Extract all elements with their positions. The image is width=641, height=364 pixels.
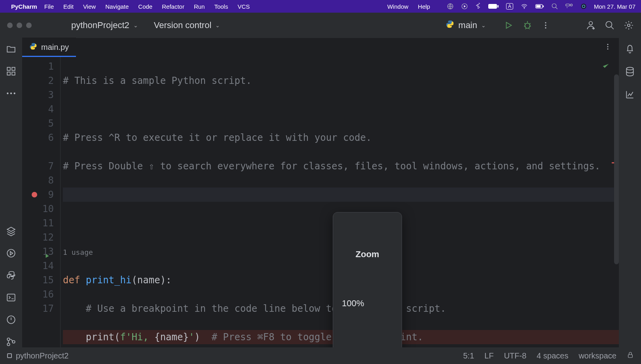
python-console-icon[interactable] <box>6 270 17 281</box>
zoom-dot[interactable] <box>26 23 32 28</box>
chevron-down-icon: ⌄ <box>215 22 220 28</box>
more-actions-button[interactable] <box>541 21 550 30</box>
menu-view[interactable]: View <box>83 3 96 10</box>
tab-main-py[interactable]: main.py <box>22 38 76 57</box>
problems-tool-icon[interactable] <box>6 314 17 325</box>
zoom-option-100[interactable]: 100% <box>337 294 398 313</box>
menu-refactor[interactable]: Refactor <box>162 3 184 10</box>
run-configuration-selector[interactable]: main ⌄ <box>446 20 486 31</box>
inspection-ok-icon[interactable] <box>601 60 610 74</box>
status-caret-pos[interactable]: 5:1 <box>463 351 474 360</box>
menu-run[interactable]: Run <box>194 3 205 10</box>
menu-edit[interactable]: Edit <box>63 3 74 10</box>
version-control-selector[interactable]: Version control ⌄ <box>154 20 220 30</box>
services-tool-icon[interactable] <box>6 248 17 259</box>
layers-tool-icon[interactable] <box>6 226 17 237</box>
menu-navigate[interactable]: Navigate <box>105 3 129 10</box>
status-lock-icon[interactable] <box>627 351 634 360</box>
line-gutter[interactable]: 1234 5678 9 101112 13 14151617 <box>22 57 60 347</box>
svg-point-17 <box>545 27 546 28</box>
popup-title: Zoom <box>337 247 398 262</box>
menu-vcs[interactable]: VCS <box>237 3 250 10</box>
menu-help[interactable]: Help <box>418 3 430 10</box>
run-button[interactable] <box>503 20 514 30</box>
status-bar: pythonProject2 5:1 LF UTF-8 4 spaces wor… <box>0 347 641 364</box>
editor-scrollbar[interactable] <box>614 74 619 264</box>
database-tool-icon[interactable] <box>625 66 635 78</box>
git-tool-icon[interactable] <box>6 336 17 347</box>
svg-point-36 <box>607 48 609 49</box>
menu-tools[interactable]: Tools <box>214 3 228 10</box>
svg-point-11 <box>567 8 567 8</box>
code-editor[interactable]: 1234 5678 9 101112 13 14151617 # This is… <box>22 57 619 347</box>
left-tool-strip <box>0 38 22 347</box>
siri-icon[interactable] <box>580 3 587 9</box>
notifications-tool-icon[interactable] <box>625 44 635 55</box>
keyboard-lang-icon[interactable]: A <box>506 3 513 9</box>
status-workspace[interactable]: workspace <box>578 351 616 360</box>
menu-code[interactable]: Code <box>138 3 152 10</box>
breakpoint-icon[interactable] <box>32 192 37 197</box>
menu-window[interactable]: Window <box>387 3 408 10</box>
svg-rect-9 <box>566 4 570 6</box>
project-tool-icon[interactable] <box>6 44 17 55</box>
svg-point-33 <box>12 341 15 343</box>
project-selector[interactable]: pythonProject2 ⌄ <box>71 20 138 30</box>
svg-rect-21 <box>7 67 10 70</box>
svg-point-32 <box>7 343 10 346</box>
svg-point-26 <box>10 93 12 94</box>
svg-rect-7 <box>536 5 540 8</box>
status-indent[interactable]: 4 spaces <box>537 351 568 360</box>
menu-file[interactable]: File <box>44 3 54 10</box>
bluetooth-icon[interactable] <box>475 3 481 10</box>
sciview-tool-icon[interactable] <box>625 89 635 101</box>
battery-menu-icon[interactable] <box>535 4 544 9</box>
search-everywhere-button[interactable] <box>605 20 615 30</box>
editor-tabs: main.py <box>22 38 619 57</box>
terminal-tool-icon[interactable] <box>6 292 17 303</box>
minimize-dot[interactable] <box>17 23 22 28</box>
structure-tool-icon[interactable] <box>6 66 17 77</box>
globe-icon[interactable] <box>447 3 454 10</box>
svg-rect-24 <box>12 72 15 75</box>
wifi-icon[interactable] <box>520 3 528 9</box>
tool-window-toggle-icon[interactable] <box>7 353 12 358</box>
settings-button[interactable] <box>624 20 634 30</box>
code-with-me-button[interactable] <box>586 20 596 30</box>
status-encoding[interactable]: UTF-8 <box>504 351 527 360</box>
app-name[interactable]: PyCharm <box>11 3 37 10</box>
svg-rect-23 <box>7 72 10 75</box>
zoom-option-110[interactable]: 110% <box>337 341 398 347</box>
project-name: pythonProject2 <box>71 20 129 30</box>
code-content[interactable]: # This is a sample Python script. # Pres… <box>61 57 619 347</box>
svg-point-28 <box>7 249 15 257</box>
close-dot[interactable] <box>7 23 13 28</box>
debug-button[interactable] <box>522 20 533 30</box>
window-traffic-lights[interactable] <box>7 23 32 28</box>
svg-point-34 <box>607 44 609 45</box>
usages-hint[interactable]: 1 usage <box>63 248 93 256</box>
svg-rect-2 <box>488 4 497 9</box>
record-icon[interactable] <box>461 3 468 10</box>
tab-label: main.py <box>41 43 69 52</box>
right-tool-strip <box>619 38 641 347</box>
tab-kebab-icon[interactable] <box>604 43 612 52</box>
python-icon <box>446 20 454 31</box>
macos-menubar: PyCharm File Edit View Navigate Code Ref… <box>0 0 641 13</box>
vcs-label: Version control <box>154 20 212 30</box>
chevron-down-icon: ⌄ <box>481 22 486 28</box>
status-line-sep[interactable]: LF <box>484 351 493 360</box>
svg-rect-6 <box>543 6 544 8</box>
menubar-clock[interactable]: Mon 27. Mar 07 <box>594 3 635 10</box>
more-tool-icon[interactable] <box>6 88 17 99</box>
svg-point-10 <box>570 4 572 6</box>
editor-area: main.py 1234 5678 9 101112 13 14151617 #… <box>22 38 619 347</box>
status-project[interactable]: pythonProject2 <box>16 351 68 360</box>
run-config-name: main <box>458 20 477 30</box>
python-file-icon <box>29 42 37 52</box>
svg-point-4 <box>524 8 525 9</box>
chevron-down-icon: ⌄ <box>133 22 138 28</box>
spotlight-icon[interactable] <box>551 3 558 10</box>
control-center-icon[interactable] <box>565 4 573 9</box>
battery-icon[interactable] <box>488 4 499 9</box>
